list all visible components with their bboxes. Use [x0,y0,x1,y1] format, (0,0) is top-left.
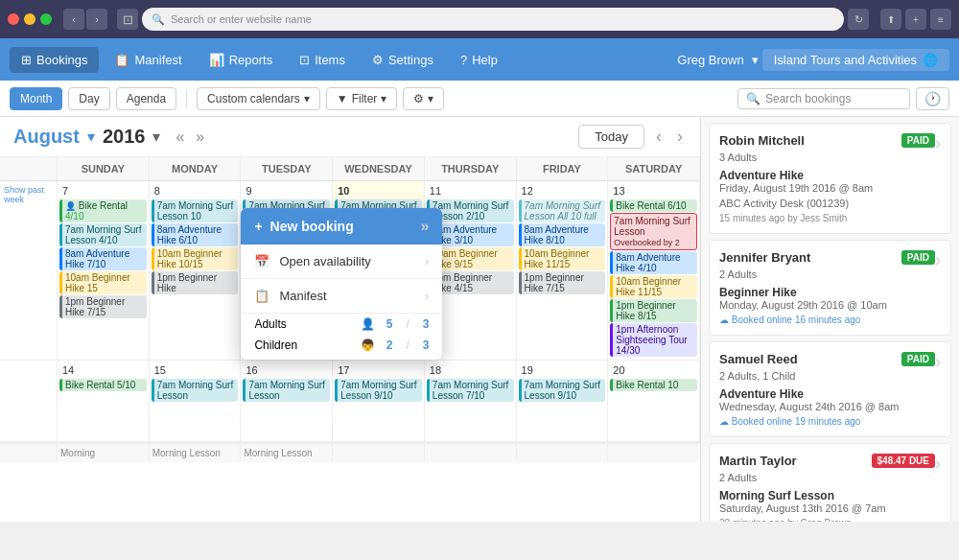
year-dropdown-arrow[interactable]: ▾ [152,128,160,146]
bookmark-button[interactable]: + [905,9,926,30]
nav-items[interactable]: ⊡ Items [288,47,357,73]
event[interactable]: 1pm Beginner Hike 8/15 [610,299,697,322]
share-button[interactable]: ⬆ [880,9,901,30]
event[interactable]: 8am Adventure Hike 8/10 [519,223,606,246]
gear-btn[interactable]: ⚙ ▾ [403,87,443,110]
booking-card-robin[interactable]: Robin Mitchell PAID 3 Adults Adventure H… [709,123,951,234]
prev-month-btn[interactable]: « [172,128,188,146]
manifest-item[interactable]: 📋 Manifest › [241,279,442,313]
calendar: August ▾ 2016 ▾ « » Today ‹ › Sunday Mon… [0,117,700,522]
forward-button[interactable]: › [86,9,107,30]
cal-day-20[interactable]: 20 Bike Rental 10 [608,361,700,442]
event[interactable]: Bike Rental 6/10 [610,199,697,212]
card-expand-icon[interactable]: › [935,250,941,270]
month-title[interactable]: August [13,126,80,148]
event[interactable]: 1pm Afternoon Sightseeing Tour 14/30 [610,323,697,357]
event[interactable]: 7am Morning Surf Lesson 10 [152,199,239,222]
event[interactable]: 1pm Beginner Hike 7/15 [59,295,147,318]
maximize-btn[interactable] [40,13,52,25]
card-expand-icon[interactable]: › [935,133,941,153]
cal-day-19[interactable]: 19 7am Morning Surf Lesson 9/10 [517,361,609,442]
dropdown-expand-icon[interactable]: » [421,218,430,235]
cal-day-9[interactable]: 9 7am Morning Surf Lesson 2/10 8am Adven… [241,181,333,361]
next-month-btn[interactable]: » [192,128,208,146]
cal-day-17[interactable]: 17 7am Morning Surf Lesson 9/10 [333,361,425,442]
new-booking-dropdown: + New booking » 📅 Open availability › 📋 … [241,208,442,360]
month-view-btn[interactable]: Month [10,87,62,110]
nav-reports[interactable]: 📊 Reports [198,47,285,73]
open-availability-item[interactable]: 📅 Open availability › [241,245,442,278]
event[interactable]: 7am Morning Surf Lesson All 10 full [519,199,606,222]
more-button[interactable]: ≡ [930,9,951,30]
calendar-nav: « » [172,128,208,146]
event[interactable]: 10am Beginner Hike 11/15 [610,275,697,298]
user-name[interactable]: Greg Brown [677,53,743,67]
cal-day-14[interactable]: 14 Bike Rental 5/10 [58,361,150,442]
day-monday: Monday [150,157,242,180]
card-expand-icon[interactable]: › [935,454,941,474]
day-view-btn[interactable]: Day [68,87,109,110]
booking-time: 20 minutes ago by Greg Brown [719,518,935,522]
cal-day-7[interactable]: 7 👤 Bike Rental 4/10 7am Morning Surf Le… [58,181,150,361]
event[interactable]: Bike Rental 5/10 [59,379,147,391]
event[interactable]: 1pm Beginner Hike [152,271,239,294]
event[interactable]: 10am Beginner Hike 11/15 [519,247,606,270]
today-btn[interactable]: Today [578,125,644,149]
booking-card-samuel[interactable]: Samuel Reed PAID 2 Adults, 1 Child Adven… [709,341,951,437]
year-title[interactable]: 2016 [103,126,146,148]
cal-day-13[interactable]: 13 Bike Rental 6/10 7am Morning Surf Les… [608,181,700,361]
agenda-view-btn[interactable]: Agenda [116,87,176,110]
card-header: Robin Mitchell PAID [719,133,935,148]
card-expand-icon[interactable]: › [935,352,941,372]
refresh-button[interactable]: ↻ [848,9,869,30]
filter-btn[interactable]: ▼ Filter ▾ [326,87,398,110]
event[interactable]: 7am Morning Surf Lesson 7/10 [427,379,514,402]
minimize-btn[interactable] [24,13,35,25]
event[interactable]: 7am Morning Surf LessonOverbooked by 2 [610,213,697,250]
event[interactable]: Bike Rental 10 [610,379,697,391]
children-val1: 2 [386,338,393,352]
cal-prev-btn[interactable]: ‹ [652,127,666,147]
custom-calendars-btn[interactable]: Custom calendars ▾ [197,87,320,110]
nav-manifest[interactable]: 📋 Manifest [103,47,193,73]
clock-btn[interactable]: 🕐 [916,87,949,110]
close-btn[interactable] [8,13,19,25]
month-dropdown-arrow[interactable]: ▾ [87,128,95,146]
event[interactable]: 8am Adventure Hike 7/10 [59,247,147,270]
event[interactable]: 10am Beginner Hike 15 [59,271,147,294]
nav-settings[interactable]: ⚙ Settings [361,47,445,73]
event[interactable]: 7am Morning Surf Lesson 4/10 [59,223,147,246]
booking-card-martin[interactable]: Martin Taylor $48.47 DUE 2 Adults Mornin… [709,443,951,522]
search-box[interactable]: 🔍 Search bookings [737,88,910,109]
nav-help[interactable]: ? Help [449,47,509,73]
booking-time: ☁ Booked online 19 minutes ago [719,416,935,427]
customer-name: Robin Mitchell [719,133,805,148]
browser-nav-arrows: ‹ › [63,9,107,30]
availability-icon: 📅 [254,254,269,268]
event[interactable]: 👤 Bike Rental 4/10 [59,199,147,222]
event[interactable]: 8am Adventure Hike 4/10 [610,251,697,274]
event[interactable]: 8am Adventure Hike 6/10 [152,223,239,246]
help-icon: ? [460,53,467,67]
event[interactable]: 7am Morning Surf Lesson [243,379,330,402]
cal-day-15[interactable]: 15 7am Morning Surf Lesson [150,361,242,442]
cal-day-12[interactable]: 12 7am Morning Surf Lesson All 10 full 8… [517,181,609,361]
cal-day-8[interactable]: 8 7am Morning Surf Lesson 10 8am Adventu… [150,181,242,361]
event[interactable]: 7am Morning Surf Lesson 9/10 [519,379,606,402]
booking-card-jennifer[interactable]: Jennifer Bryant PAID 2 Adults Beginner H… [709,240,951,336]
window-icon-button[interactable]: ⊡ [117,9,138,30]
cal-next-btn[interactable]: › [673,127,687,147]
new-booking-label: New booking [270,219,421,234]
back-button[interactable]: ‹ [63,9,84,30]
nav-bookings[interactable]: ⊞ Bookings [10,47,99,73]
event[interactable]: 7am Morning Surf Lesson 9/10 [335,379,422,402]
event[interactable]: 10am Beginner Hike 10/15 [152,247,239,270]
show-past-week[interactable]: Show past week [4,185,53,204]
url-bar[interactable]: 🔍 Search or enter website name [142,8,844,31]
week-label-14 [0,361,58,442]
cal-day-16[interactable]: 16 7am Morning Surf Lesson [241,361,333,442]
search-icon: 🔍 [152,13,165,26]
cal-day-18[interactable]: 18 7am Morning Surf Lesson 7/10 [425,361,517,442]
event[interactable]: 7am Morning Surf Lesson [152,379,239,402]
event[interactable]: 1pm Beginner Hike 7/15 [519,271,606,294]
